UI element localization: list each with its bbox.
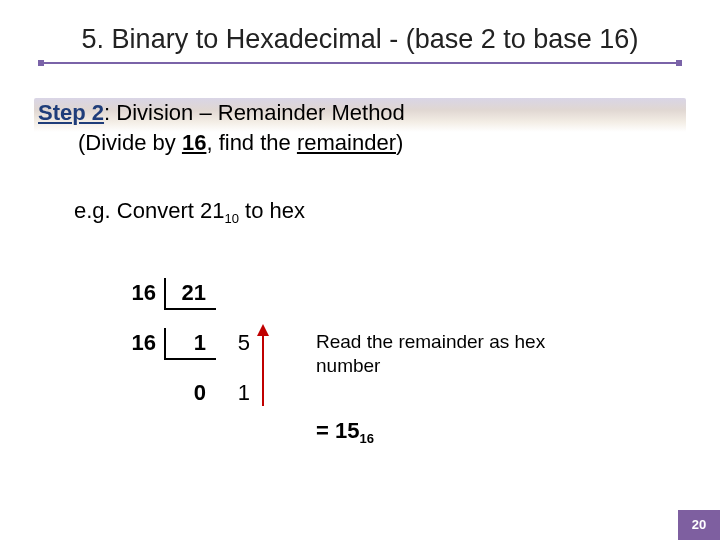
- divline-v2: [164, 328, 166, 358]
- step-text: : Division – Remainder Method: [104, 100, 405, 125]
- divline-h2: [164, 358, 216, 360]
- cell-divisor-2: 16: [120, 330, 156, 356]
- cell-quotient-1: 1: [170, 330, 206, 356]
- sub-mid: , find the: [206, 130, 297, 155]
- step-subline: (Divide by 16, find the remainder): [78, 130, 403, 156]
- divline-h1: [164, 308, 216, 310]
- sub-post: ): [396, 130, 403, 155]
- title-rule: [38, 62, 682, 64]
- cell-dividend-1: 21: [170, 280, 206, 306]
- rule-dot-left: [38, 60, 44, 66]
- step-line: Step 2: Division – Remainder Method: [38, 100, 405, 126]
- sub-pre: (Divide by: [78, 130, 182, 155]
- step-label: Step 2: [38, 100, 104, 125]
- result-line: = 1516: [316, 418, 374, 446]
- eg-pre: e.g. Convert 21: [74, 198, 224, 223]
- result-pre: = 15: [316, 418, 359, 443]
- slide: 5. Binary to Hexadecimal - (base 2 to ba…: [0, 0, 720, 540]
- note-text: Read the remainder as hex number: [316, 330, 576, 378]
- cell-remainder-1: 5: [226, 330, 250, 356]
- eg-post: to hex: [239, 198, 305, 223]
- divline-v1: [164, 278, 166, 308]
- eg-sub: 10: [224, 211, 238, 226]
- sub-remainder: remainder: [297, 130, 396, 155]
- result-sub: 16: [359, 431, 373, 446]
- remainder-arrow: [262, 326, 264, 406]
- rule-dot-right: [676, 60, 682, 66]
- slide-title: 5. Binary to Hexadecimal - (base 2 to ba…: [38, 24, 682, 55]
- title-wrap: 5. Binary to Hexadecimal - (base 2 to ba…: [38, 24, 682, 55]
- cell-quotient-2: 0: [170, 380, 206, 406]
- sub-divisor: 16: [182, 130, 206, 155]
- page-number: 20: [678, 510, 720, 540]
- cell-divisor-1: 16: [120, 280, 156, 306]
- example-line: e.g. Convert 2110 to hex: [74, 198, 305, 226]
- cell-remainder-2: 1: [226, 380, 250, 406]
